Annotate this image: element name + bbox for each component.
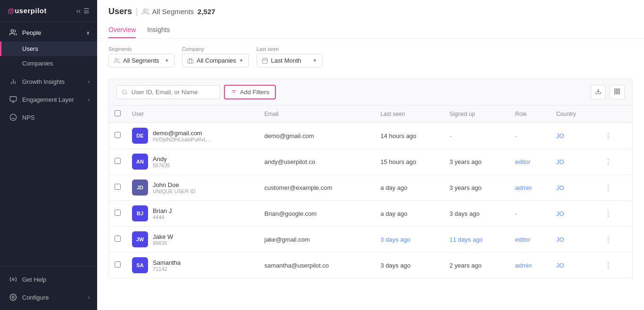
last-seen-dropdown[interactable]: Last Month ▼: [256, 54, 322, 67]
tab-insights[interactable]: Insights: [147, 22, 170, 38]
segments-filter-group: Segments All Segments ▼: [108, 46, 174, 67]
user-name[interactable]: demo@gmail.com: [153, 130, 211, 137]
row-actions-button[interactable]: ⋮: [602, 131, 615, 141]
country-cell: JO: [551, 201, 596, 227]
table-row: SA Samantha 71142 samantha@userpilot.co …: [109, 253, 633, 278]
row-checkbox: [109, 227, 127, 253]
row-actions-button[interactable]: ⋮: [602, 234, 615, 245]
row-checkbox: [109, 123, 127, 149]
svg-rect-27: [615, 92, 617, 94]
get-help-icon: [9, 275, 17, 284]
col-header-signed-up: Signed up: [444, 106, 510, 123]
sidebar-subitem-companies[interactable]: Companies: [0, 56, 97, 71]
email-cell: Brian@google.com: [259, 201, 375, 227]
company-filter-label: Company: [182, 46, 249, 52]
role-cell: admin: [510, 253, 551, 278]
avatar: BJ: [132, 205, 148, 221]
email-cell: customer@example.com: [259, 175, 375, 201]
user-name[interactable]: John Doe: [153, 181, 195, 188]
sidebar-item-engagement-layer[interactable]: Engagement Layer ›: [0, 90, 97, 108]
svg-rect-15: [262, 58, 267, 63]
user-name[interactable]: Andy: [153, 155, 170, 163]
sidebar-item-configure[interactable]: Configure ›: [0, 288, 97, 306]
signed-up-cell: 3 years ago: [444, 149, 510, 175]
row-checkbox: [109, 253, 127, 278]
configure-icon: [9, 293, 17, 302]
col-header-last-seen: Last seen: [375, 106, 444, 123]
avatar: JW: [132, 231, 148, 247]
sidebar-item-people-label: People: [22, 29, 41, 36]
segment-count: 2,527: [198, 8, 215, 16]
svg-point-13: [115, 58, 117, 60]
row-actions-button[interactable]: ⋮: [602, 260, 615, 271]
user-name[interactable]: Jake W: [153, 233, 173, 240]
sidebar-item-engagement-label: Engagement Layer: [22, 96, 74, 103]
user-cell: DE demo@gmail.com hVDjdN2thlUukbPuRvL...: [126, 123, 259, 149]
search-input-wrapper[interactable]: [116, 85, 220, 99]
row-select-checkbox[interactable]: [115, 210, 121, 216]
sidebar-item-growth-insights[interactable]: Growth Insights ›: [0, 73, 97, 90]
col-header-country: Country: [551, 106, 596, 123]
download-button[interactable]: [591, 85, 606, 99]
role-cell: -: [510, 123, 551, 149]
row-checkbox: [109, 201, 127, 227]
row-actions-button[interactable]: ⋮: [602, 182, 615, 193]
svg-rect-4: [10, 97, 16, 101]
signed-up-cell: 3 years ago: [444, 175, 510, 201]
user-id: UNIQUE USER ID: [153, 188, 195, 194]
country-cell: JO: [551, 175, 596, 201]
growth-insights-chevron-icon: ›: [88, 79, 90, 84]
table-row: AN Andy 567635 andy@userpilot.co 15 hour…: [109, 149, 633, 175]
row-actions-button[interactable]: ⋮: [602, 208, 615, 219]
row-select-checkbox[interactable]: [115, 236, 121, 242]
segments-dropdown[interactable]: All Segments ▼: [108, 54, 174, 67]
company-dropdown[interactable]: All Companies ▼: [182, 54, 249, 67]
users-table: User Email Last seen Signed up Role Coun…: [108, 106, 633, 278]
svg-point-0: [11, 30, 13, 32]
sidebar-subitem-users[interactable]: Users: [0, 41, 97, 56]
signed-up-cell: 2 years ago: [444, 253, 510, 278]
svg-point-7: [10, 114, 16, 120]
row-select-checkbox[interactable]: [115, 158, 121, 164]
col-header-actions: [596, 106, 632, 123]
columns-button[interactable]: [610, 85, 625, 99]
last-seen-filter-label: Last seen: [256, 46, 322, 52]
nav-section-people: People ∧ Users Companies: [0, 22, 97, 73]
row-actions-button[interactable]: ⋮: [602, 156, 615, 167]
role-cell: -: [510, 201, 551, 227]
signed-up-cell: -: [444, 123, 510, 149]
sidebar-item-get-help[interactable]: Get Help: [0, 270, 97, 288]
sidebar-item-growth-insights-label: Growth Insights: [22, 78, 65, 85]
sidebar-item-nps[interactable]: NPS: [0, 108, 97, 126]
row-select-checkbox[interactable]: [115, 261, 121, 268]
tab-overview[interactable]: Overview: [108, 22, 136, 38]
configure-label: Configure: [22, 294, 49, 301]
nps-icon: [9, 113, 17, 122]
avatar: SA: [132, 257, 148, 273]
col-header-email: Email: [259, 106, 375, 123]
last-seen-cell: 3 days ago: [375, 253, 444, 278]
user-name[interactable]: Samantha: [153, 259, 181, 266]
user-name[interactable]: Brian J: [153, 207, 172, 214]
people-icon: [9, 28, 17, 37]
country-cell: JO: [551, 123, 596, 149]
company-dropdown-arrow: ▼: [239, 58, 244, 63]
avatar: AN: [132, 154, 148, 170]
sidebar: @userpilot ‹‹ ☰ People ∧ Users Com: [0, 0, 97, 310]
row-select-checkbox[interactable]: [115, 184, 121, 190]
sidebar-item-people[interactable]: People ∧: [0, 24, 97, 41]
add-filters-button[interactable]: Add Filters: [224, 85, 276, 99]
sidebar-toggle-button[interactable]: ‹‹ ☰: [76, 7, 90, 15]
last-seen-cell: a day ago: [375, 175, 444, 201]
last-seen-filter-group: Last seen Last Month ▼: [256, 46, 322, 67]
sidebar-logo: @userpilot ‹‹ ☰: [0, 0, 97, 22]
user-id: 99635: [153, 240, 173, 246]
svg-rect-25: [615, 89, 617, 91]
search-field[interactable]: [132, 89, 215, 96]
role-cell: admin: [510, 175, 551, 201]
select-all-checkbox[interactable]: [115, 110, 121, 116]
sidebar-bottom: Get Help Configure ›: [0, 266, 97, 310]
row-select-checkbox[interactable]: [115, 132, 121, 138]
app-logo: @userpilot: [8, 7, 47, 15]
last-seen-cell: 15 hours ago: [375, 149, 444, 175]
